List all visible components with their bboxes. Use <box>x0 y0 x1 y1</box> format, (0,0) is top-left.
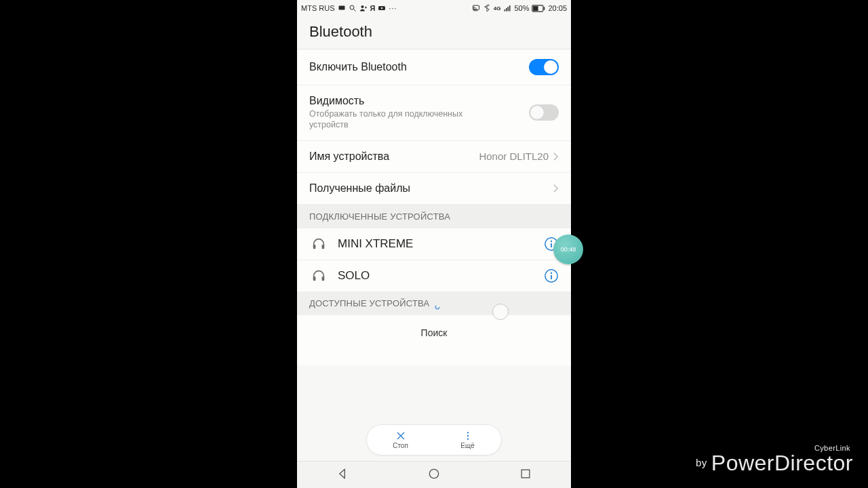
svg-rect-7 <box>505 9 506 12</box>
page-title-bar: Bluetooth <box>297 16 571 49</box>
svg-rect-10 <box>509 5 511 12</box>
phone-frame: MTS RUS Я ··· 4G 50% 20:05 Bluetooth Вкл… <box>297 0 571 488</box>
signal-icon <box>503 4 511 12</box>
video-watermark: CyberLink byPowerDirector <box>696 444 853 476</box>
svg-rect-0 <box>338 6 344 10</box>
info-icon[interactable] <box>544 268 559 283</box>
visibility-sublabel: Отображать только для подключенных устро… <box>309 108 486 131</box>
nav-home-button[interactable] <box>427 467 441 483</box>
svg-point-25 <box>467 432 468 433</box>
row-enable-bluetooth[interactable]: Включить Bluetooth <box>297 49 571 85</box>
nav-back-button[interactable] <box>336 467 349 483</box>
device-name-label: Имя устройства <box>309 150 479 163</box>
svg-rect-18 <box>551 243 552 247</box>
device-name: MINI XTREME <box>338 237 544 251</box>
headphones-icon <box>309 237 328 251</box>
svg-rect-29 <box>521 470 530 478</box>
watermark-product: PowerDirector <box>711 451 853 475</box>
svg-point-1 <box>350 5 354 9</box>
section-available: ДОСТУПНЫЕ УСТРОЙСТВА <box>297 291 571 315</box>
chevron-right-icon <box>553 184 559 193</box>
chevron-right-icon <box>553 152 559 161</box>
svg-point-26 <box>467 435 468 436</box>
svg-point-22 <box>551 272 552 273</box>
svg-rect-23 <box>551 274 552 279</box>
add-user-icon <box>359 4 368 12</box>
bottom-actions-pill: Стоп Ещё <box>366 424 502 455</box>
svg-point-28 <box>429 469 438 478</box>
bluetooth-icon <box>483 4 491 12</box>
carrier-label: MTS RUS <box>301 4 335 12</box>
message-icon <box>338 4 346 12</box>
android-nav-bar <box>297 461 571 488</box>
more-button[interactable]: Ещё <box>434 425 501 455</box>
search-icon <box>349 4 357 12</box>
svg-rect-14 <box>313 244 316 248</box>
received-label: Полученные файлы <box>309 182 549 195</box>
visibility-toggle[interactable] <box>529 104 559 121</box>
stop-label: Стоп <box>393 442 408 449</box>
device-name-value: Honor DLITL20 <box>479 150 549 162</box>
cast-icon <box>472 4 480 12</box>
svg-rect-6 <box>473 5 479 10</box>
svg-rect-12 <box>533 6 538 11</box>
svg-point-17 <box>551 240 552 241</box>
svg-rect-9 <box>508 7 509 12</box>
paired-list: MINI XTREME SOLO <box>297 228 571 291</box>
svg-point-27 <box>467 438 468 439</box>
searching-label: Поиск <box>297 315 571 365</box>
section-available-label: ДОСТУПНЫЕ УСТРОЙСТВА <box>309 298 429 308</box>
page-title: Bluetooth <box>309 23 559 41</box>
svg-line-2 <box>353 9 355 12</box>
more-label: Ещё <box>460 442 474 449</box>
svg-rect-19 <box>313 276 316 280</box>
svg-point-24 <box>435 305 439 309</box>
device-row[interactable]: SOLO <box>297 260 571 291</box>
clock: 20:05 <box>548 4 567 12</box>
battery-icon <box>532 5 545 12</box>
screen-recorder-bubble[interactable]: 00:48 <box>553 235 583 264</box>
watermark-by: by <box>696 457 707 468</box>
enable-label: Включить Bluetooth <box>309 61 529 73</box>
svg-point-3 <box>361 5 363 8</box>
status-bar: MTS RUS Я ··· 4G 50% 20:05 <box>297 0 571 16</box>
more-notifs-icon: ··· <box>389 4 397 12</box>
device-row[interactable]: MINI XTREME <box>297 228 571 260</box>
svg-rect-13 <box>544 7 545 10</box>
enable-toggle[interactable] <box>529 59 559 75</box>
yandex-icon: Я <box>370 4 376 12</box>
network-type-icon: 4G <box>494 5 501 12</box>
svg-rect-20 <box>322 276 325 280</box>
stop-button[interactable]: Стоп <box>367 425 434 455</box>
spinner-icon <box>435 302 439 306</box>
headphones-icon <box>309 268 328 283</box>
svg-rect-8 <box>506 8 507 12</box>
youtube-icon <box>378 4 386 12</box>
row-received-files[interactable]: Полученные файлы <box>297 173 571 205</box>
nav-recents-button[interactable] <box>519 467 532 483</box>
row-device-name[interactable]: Имя устройства Honor DLITL20 <box>297 141 571 173</box>
visibility-label: Видимость <box>309 95 529 107</box>
section-paired: ПОДКЛЮЧЕННЫЕ УСТРОЙСТВА <box>297 205 571 228</box>
battery-pct: 50% <box>514 4 529 12</box>
svg-rect-15 <box>322 244 325 248</box>
recorder-timer: 00:48 <box>561 246 576 253</box>
device-name: SOLO <box>338 269 544 283</box>
touch-indicator <box>492 304 509 320</box>
row-visibility[interactable]: Видимость Отображать только для подключе… <box>297 85 571 141</box>
